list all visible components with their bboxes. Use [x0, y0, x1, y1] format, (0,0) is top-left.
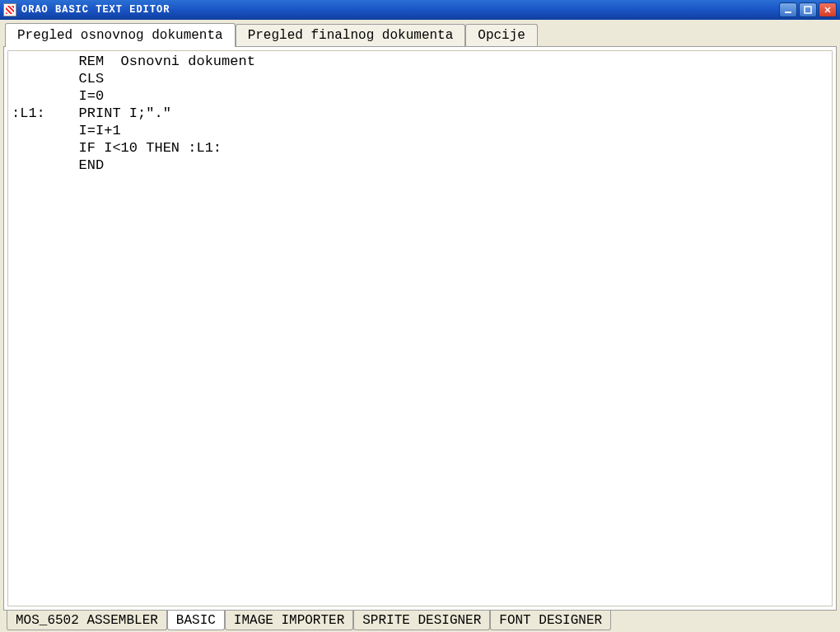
tab-sprite-designer[interactable]: SPRITE DESIGNER — [353, 611, 490, 630]
tab-font-designer[interactable]: FONT DESIGNER — [490, 611, 611, 630]
client-area: Pregled osnovnog dokumenta Pregled final… — [0, 20, 840, 632]
tab-assembler[interactable]: MOS_6502 ASSEMBLER — [7, 611, 167, 630]
tab-image-importer[interactable]: IMAGE IMPORTER — [225, 611, 353, 630]
svg-rect-0 — [785, 12, 791, 13]
window-title: ORAO BASIC TEXT EDITOR — [21, 4, 779, 16]
close-button[interactable] — [819, 2, 837, 17]
tab-label: Opcije — [478, 28, 525, 43]
bottom-tab-bar: MOS_6502 ASSEMBLER BASIC IMAGE IMPORTER … — [3, 611, 837, 632]
tab-label: SPRITE DESIGNER — [362, 613, 481, 628]
svg-rect-1 — [805, 7, 811, 13]
top-tab-bar: Pregled osnovnog dokumenta Pregled final… — [3, 25, 837, 46]
window-controls — [779, 2, 837, 17]
editor-inner — [7, 50, 833, 606]
tab-label: IMAGE IMPORTER — [234, 613, 344, 628]
tab-label: Pregled finalnog dokumenta — [248, 28, 454, 43]
minimize-button[interactable] — [779, 2, 797, 17]
tab-opcije[interactable]: Opcije — [465, 24, 538, 46]
tab-label: BASIC — [176, 613, 216, 628]
tab-label: FONT DESIGNER — [499, 613, 602, 628]
tab-label: MOS_6502 ASSEMBLER — [16, 613, 158, 628]
tab-basic[interactable]: BASIC — [167, 611, 225, 630]
tab-pregled-osnovnog[interactable]: Pregled osnovnog dokumenta — [5, 23, 236, 47]
maximize-button[interactable] — [799, 2, 817, 17]
editor-panel — [3, 46, 837, 611]
app-icon — [3, 3, 16, 16]
tab-label: Pregled osnovnog dokumenta — [17, 28, 223, 43]
code-editor[interactable] — [8, 51, 832, 606]
titlebar: ORAO BASIC TEXT EDITOR — [0, 0, 840, 20]
tab-pregled-finalnog[interactable]: Pregled finalnog dokumenta — [236, 24, 466, 46]
